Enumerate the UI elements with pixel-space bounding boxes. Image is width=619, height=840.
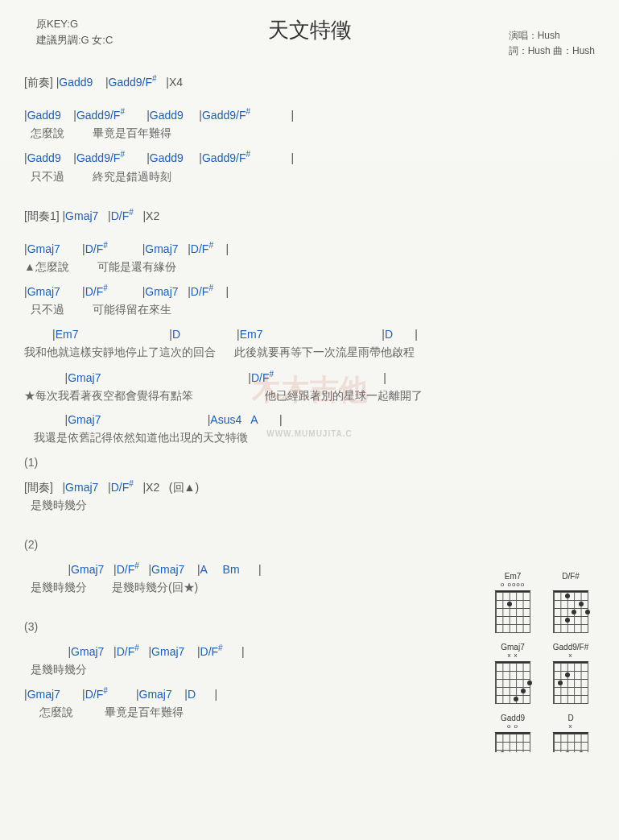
spacer-text [101,413,207,426]
spacer [24,192,595,206]
spacer-text [139,563,149,576]
chord: Gmaj7 [65,481,98,494]
chord-line: |Gadd9 |Gadd9/F# |Gadd9 |Gadd9/F# | [24,106,595,124]
chord-diagram: D/F# [547,572,595,633]
chord: Gadd9 [27,109,61,122]
repeat-note: X2 (回▲) [146,481,199,494]
lyric-line: ▲怎麼說 可能是還有緣份 [24,258,595,275]
chord: D/F [111,481,130,494]
chord: D/F [191,242,209,255]
spacer-text [250,151,291,164]
spacer-text [184,563,197,576]
chord-diagram-name: Gmaj7 [489,643,537,652]
spacer [24,91,595,106]
chord-line: |Gmaj7 |D/F# |Gmaj7 |D/F# | [24,239,595,258]
spacer-text [184,645,197,658]
spacer-text [24,413,65,426]
spacer-text [393,328,415,341]
spacer-text [250,109,291,122]
fret-dot [579,602,584,606]
fretboard [553,661,588,704]
suggested-key: 建議男調:G 女:C [36,32,113,48]
fret-dot [558,681,563,685]
lyric-line: 是幾時幾分 [24,496,595,514]
chord-sheet: 原KEY:G 建議男調:G 女:C 天文特徵 演唱：Hush 詞：Hush 曲：… [0,0,619,752]
section-label: [前奏] [24,76,56,89]
chord-line: [間奏1] |Gmaj7 |D/F# |X2 [24,206,595,225]
fret-dot [579,751,584,752]
chord: Gmaj7 [65,209,98,222]
section-label: [間奏] [24,481,62,494]
fret-dot [565,751,570,752]
section-label: [間奏1] [24,209,62,222]
spacer-text [196,688,214,701]
repeat-note: X2 [146,209,159,222]
chord-line: |Gmaj7 |Asus4 A | [24,411,595,428]
chord: Gadd9/F [76,151,120,164]
barline: | [226,285,229,298]
spacer-text [134,481,143,494]
chord-open-marks: o o [489,722,537,730]
spacer-text [157,76,167,89]
fretboard [495,732,530,752]
chord-diagram: Gadd9/F# x [547,643,595,704]
chord: Gadd9/F [202,109,246,122]
chord: Gmaj7 [145,242,178,255]
spacer-text [24,328,52,341]
chord: D/F [200,645,219,658]
chord: Gadd9/F [202,151,246,164]
spacer-text [184,109,199,122]
spacer-text [184,151,199,164]
spacer-text [61,109,74,122]
chord-diagram: Em7o oooo [489,572,537,633]
spacer-text [98,481,108,494]
spacer-text [258,413,279,426]
lyric-line: 怎麼說 畢竟是百年難得 [24,124,595,142]
barline: | [383,370,386,383]
chord: D [188,688,196,701]
spacer-text [179,285,188,298]
spacer-text [60,242,82,255]
spacer-text [24,370,65,383]
fretboard [553,732,588,752]
chord-diagram-name: Gadd9/F# [547,643,595,652]
chord: Gmaj7 [27,242,60,255]
chord: A [200,563,208,576]
barline: | [291,109,295,122]
fret-dot [565,618,570,623]
chord: Em7 [56,328,79,341]
fret-dot [500,751,505,752]
chord: Gmaj7 [139,688,172,701]
spacer-text [274,370,383,383]
chord: Gadd9 [150,109,184,122]
chord: Gmaj7 [68,370,101,383]
header: 原KEY:G 建議男調:G 女:C 天文特徵 演唱：Hush 詞：Hush 曲：… [24,16,595,72]
chord: Gadd9/F [109,76,152,89]
lyric-line: 我還是依舊記得依然知道他出現的天文特徵 [24,428,595,446]
spacer-text [134,209,143,222]
chord: Gadd9 [150,151,184,164]
chord-open-marks: x [547,652,595,660]
chord: Em7 [240,328,263,341]
credit-performer: 演唱：Hush [509,28,595,43]
fret-dot [514,697,518,701]
chord: Gmaj7 [68,413,101,426]
lyric-line: 我和他就這樣安靜地停止了這次的回合 此後就要再等下一次流星雨帶他啟程 [24,343,595,361]
chord-line: [前奏] |Gadd9 |Gadd9/F# |X4 [24,72,595,91]
spacer-text [125,109,146,122]
barline: | [241,645,245,658]
fretboard [495,661,530,704]
spacer-text [241,413,250,426]
chord: D/F [85,285,104,298]
spacer-text [24,563,68,576]
chord-open-marks [547,581,595,589]
fret-dot [521,689,526,693]
spacer-text [60,688,82,701]
lyric-line: ★每次我看著夜空都會覺得有點笨 他已經跟著別的星球一起離開了 [24,387,595,404]
chord: D [172,328,180,341]
chord-diagram-name: Em7 [489,572,537,581]
song-title: 天文特徵 [268,16,352,44]
spacer-text [262,328,382,341]
chord-diagram: Gmaj7x x [489,643,537,704]
credit-writer: 詞：Hush 曲：Hush [509,43,595,59]
